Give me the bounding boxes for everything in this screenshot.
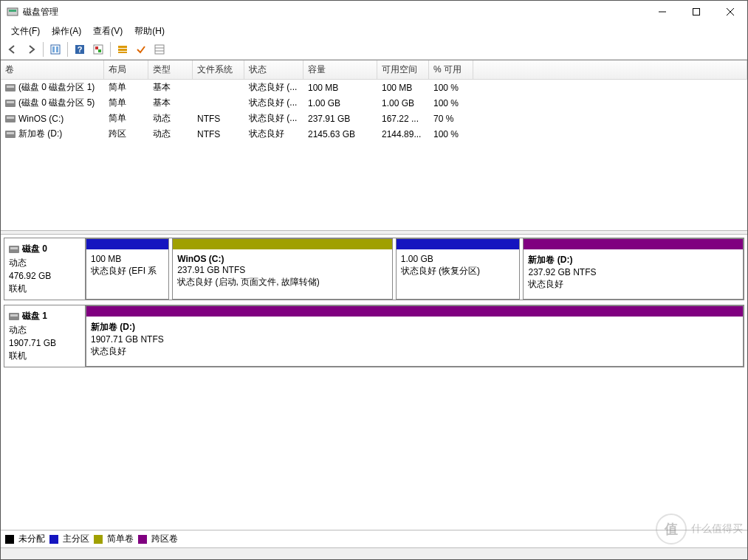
details-icon[interactable]	[151, 41, 168, 58]
disk-type: 动态	[9, 324, 80, 336]
legend-primary: 主分区	[63, 533, 89, 545]
table-row[interactable]: (磁盘 0 磁盘分区 5)简单基本状态良好 (...1.00 GB1.00 GB…	[1, 95, 747, 111]
disk-name: 磁盘 1	[9, 310, 80, 322]
partition-name: WinOS (C:)	[177, 254, 388, 264]
titlebar: 磁盘管理	[1, 1, 747, 23]
cell-status: 状态良好 (...	[244, 111, 303, 125]
svg-rect-17	[155, 45, 164, 54]
cell-layout: 简单	[104, 96, 148, 110]
legend-simple: 简单卷	[107, 533, 134, 545]
partition[interactable]: 新加卷 (D:)1907.71 GB NTFS状态良好	[86, 305, 744, 367]
minimize-button[interactable]	[645, 1, 679, 23]
partition-stripe	[86, 239, 168, 249]
svg-rect-3	[693, 9, 700, 15]
cell-name: 新加卷 (D:)	[1, 127, 104, 141]
disk-name: 磁盘 0	[9, 243, 80, 255]
svg-rect-7	[52, 46, 55, 52]
cell-pct: 70 %	[429, 111, 473, 125]
menu-action[interactable]: 操作(A)	[46, 24, 87, 39]
disk-status: 联机	[9, 350, 80, 362]
disk-row[interactable]: 磁盘 1动态1907.71 GB联机新加卷 (D:)1907.71 GB NTF…	[4, 305, 744, 367]
svg-rect-16	[118, 52, 127, 53]
partition[interactable]: WinOS (C:)237.91 GB NTFS状态良好 (启动, 页面文件, …	[172, 238, 393, 300]
cell-pct: 100 %	[429, 80, 473, 94]
disk-size: 1907.71 GB	[9, 338, 80, 348]
app-icon	[7, 6, 18, 18]
cell-name: (磁盘 0 磁盘分区 5)	[1, 96, 104, 110]
volume-list[interactable]: 卷 布局 类型 文件系统 状态 容量 可用空间 % 可用 (磁盘 0 磁盘分区 …	[1, 61, 747, 230]
col-type[interactable]: 类型	[148, 61, 193, 79]
list-header: 卷 布局 类型 文件系统 状态 容量 可用空间 % 可用	[1, 61, 747, 80]
disk-header: 磁盘 0动态476.92 GB联机	[4, 238, 86, 300]
disk-type: 动态	[9, 257, 80, 269]
cell-layout: 跨区	[104, 127, 148, 141]
partition[interactable]: 新加卷 (D:)237.92 GB NTFS状态良好	[523, 238, 744, 300]
col-cap[interactable]: 容量	[303, 61, 377, 79]
settings-icon[interactable]	[47, 41, 64, 58]
svg-rect-13	[98, 49, 101, 52]
cell-fs: NTFS	[193, 127, 244, 141]
partition-stripe	[86, 306, 743, 317]
cell-free: 100 MB	[377, 80, 429, 94]
legend-simple-swatch	[94, 535, 103, 544]
help-icon[interactable]: ?	[71, 41, 89, 58]
maximize-button[interactable]	[679, 1, 713, 23]
legend: 未分配 主分区 简单卷 跨区卷	[1, 530, 747, 547]
cell-type: 基本	[148, 96, 193, 110]
menu-help[interactable]: 帮助(H)	[128, 24, 171, 39]
partition[interactable]: 100 MB状态良好 (EFI 系	[86, 238, 169, 300]
cell-fs	[193, 80, 244, 94]
col-volume[interactable]: 卷	[1, 61, 104, 79]
partition-info: 状态良好 (EFI 系	[91, 265, 164, 277]
col-pct[interactable]: % 可用	[429, 61, 473, 79]
col-free[interactable]: 可用空间	[377, 61, 429, 79]
table-row[interactable]: WinOS (C:)简单动态NTFS状态良好 (...237.91 GB167.…	[1, 111, 747, 126]
window-title: 磁盘管理	[23, 6, 645, 18]
list-view-icon[interactable]	[114, 41, 131, 58]
close-button[interactable]	[713, 1, 747, 23]
disk-row[interactable]: 磁盘 0动态476.92 GB联机100 MB状态良好 (EFI 系WinOS …	[4, 238, 744, 300]
table-row[interactable]: (磁盘 0 磁盘分区 1)简单基本状态良好 (...100 MB100 MB10…	[1, 80, 747, 95]
svg-rect-6	[51, 45, 60, 54]
menu-file[interactable]: 文件(F)	[5, 24, 46, 39]
cell-cap: 1.00 GB	[303, 96, 377, 110]
col-fs[interactable]: 文件系统	[193, 61, 244, 79]
cell-free: 167.22 ...	[377, 111, 429, 125]
cell-free: 2144.89...	[377, 127, 429, 141]
refresh-icon[interactable]	[89, 41, 107, 58]
disk-size: 476.92 GB	[9, 271, 80, 281]
cell-status: 状态良好 (...	[244, 80, 303, 94]
disk-body: 新加卷 (D:)1907.71 GB NTFS状态良好	[86, 305, 744, 367]
disk-status: 联机	[9, 283, 80, 295]
legend-span-swatch	[138, 535, 147, 544]
cell-layout: 简单	[104, 80, 148, 94]
cell-fs: NTFS	[193, 111, 244, 125]
col-status[interactable]: 状态	[244, 61, 303, 79]
partition[interactable]: 1.00 GB状态良好 (恢复分区)	[396, 238, 521, 300]
partition-stripe	[397, 239, 520, 249]
svg-text:?: ?	[78, 45, 83, 54]
cell-name: (磁盘 0 磁盘分区 1)	[1, 80, 104, 94]
cell-type: 基本	[148, 80, 193, 94]
forward-button[interactable]	[22, 41, 40, 58]
col-layout[interactable]: 布局	[104, 61, 148, 79]
disk-body: 100 MB状态良好 (EFI 系WinOS (C:)237.91 GB NTF…	[86, 238, 744, 300]
cell-cap: 2145.63 GB	[303, 127, 377, 141]
svg-rect-8	[56, 46, 58, 52]
table-row[interactable]: 新加卷 (D:)跨区动态NTFS状态良好2145.63 GB2144.89...…	[1, 126, 747, 142]
cell-type: 动态	[148, 127, 193, 141]
svg-rect-12	[95, 46, 98, 49]
cell-cap: 100 MB	[303, 80, 377, 94]
cell-status: 状态良好	[244, 127, 303, 141]
drive-icon	[5, 84, 16, 91]
cell-fs	[193, 96, 244, 110]
cell-name: WinOS (C:)	[1, 111, 104, 125]
partition-stripe	[173, 239, 392, 249]
menu-view[interactable]: 查看(V)	[87, 24, 128, 39]
disk-map[interactable]: 磁盘 0动态476.92 GB联机100 MB状态良好 (EFI 系WinOS …	[1, 235, 747, 530]
cell-cap: 237.91 GB	[303, 111, 377, 125]
cell-pct: 100 %	[429, 96, 473, 110]
check-icon[interactable]	[132, 41, 150, 58]
back-button[interactable]	[4, 41, 21, 58]
drive-icon	[5, 131, 16, 138]
